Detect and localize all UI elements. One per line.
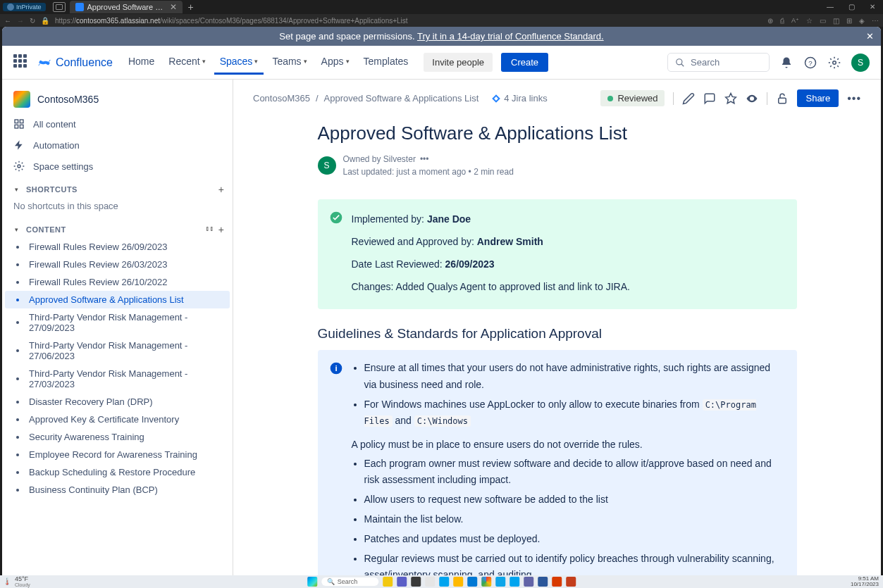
taskbar-icon[interactable] bbox=[495, 577, 505, 587]
tree-item[interactable]: Business Continuity Plan (BCP) bbox=[2, 481, 233, 499]
split-screen-icon[interactable]: ◫ bbox=[833, 17, 839, 25]
search-input[interactable]: Search bbox=[667, 53, 770, 72]
start-button[interactable] bbox=[307, 577, 317, 587]
taskbar-icon[interactable] bbox=[411, 577, 421, 587]
status-badge-reviewed[interactable]: Reviewed bbox=[600, 90, 665, 106]
taskbar-search[interactable]: 🔍Search bbox=[321, 577, 379, 586]
more-actions-icon[interactable]: ••• bbox=[847, 92, 861, 105]
banner-trial-link[interactable]: Try it in a 14-day trial of Confluence S… bbox=[417, 31, 604, 42]
breadcrumb-space[interactable]: ContosoM365 bbox=[253, 93, 310, 104]
lock-icon[interactable] bbox=[776, 92, 789, 105]
invite-people-button[interactable]: Invite people bbox=[424, 53, 493, 72]
author-avatar[interactable]: S bbox=[318, 156, 336, 175]
taskbar-icon[interactable] bbox=[510, 577, 519, 587]
content-section-header[interactable]: ▾ CONTENT ⫾⫾ + bbox=[2, 217, 233, 238]
sidebar-all-content[interactable]: All content bbox=[2, 113, 233, 135]
create-button[interactable]: Create bbox=[501, 53, 548, 72]
taskbar-icon[interactable] bbox=[524, 577, 533, 587]
tree-item[interactable]: Security Awareness Training bbox=[2, 428, 233, 446]
tree-item[interactable]: Approved Software & Applications List bbox=[5, 291, 230, 308]
edit-icon[interactable] bbox=[682, 92, 695, 105]
sidebar-automation[interactable]: Automation bbox=[2, 135, 233, 156]
nav-recent[interactable]: Recent▾ bbox=[163, 50, 211, 75]
space-header[interactable]: ContosoM365 bbox=[2, 88, 233, 113]
sidebar-space-settings[interactable]: Space settings bbox=[2, 156, 233, 177]
add-shortcut-icon[interactable]: + bbox=[218, 184, 224, 195]
settings-icon[interactable] bbox=[827, 56, 841, 70]
zoom-icon[interactable]: ⊕ bbox=[767, 17, 773, 25]
refresh-button[interactable]: ↻ bbox=[30, 17, 35, 25]
nav-apps[interactable]: Apps▾ bbox=[316, 50, 355, 75]
minimize-button[interactable]: — bbox=[820, 0, 841, 13]
shortcuts-section-header[interactable]: ▾ SHORTCUTS + bbox=[2, 177, 233, 198]
weather-widget[interactable]: 45°FCloudy bbox=[0, 576, 35, 587]
search-icon bbox=[675, 58, 685, 68]
system-tray[interactable]: 9:51 AM10/17/2023 bbox=[851, 576, 879, 587]
taskbar-icon[interactable] bbox=[383, 577, 393, 587]
tab-overview-icon[interactable] bbox=[53, 2, 66, 12]
taskbar-icon[interactable] bbox=[566, 577, 576, 587]
text-size-icon[interactable]: A⁺ bbox=[791, 17, 799, 25]
svg-marker-10 bbox=[726, 93, 736, 103]
url-field[interactable]: https://contosom365.atlassian.net/wiki/s… bbox=[55, 17, 762, 25]
taskbar-icon[interactable] bbox=[397, 577, 407, 587]
tree-item[interactable]: Third-Party Vendor Risk Management - 27/… bbox=[2, 337, 233, 365]
close-window-button[interactable]: ✕ bbox=[862, 0, 883, 13]
back-button[interactable]: ← bbox=[4, 17, 11, 25]
chevron-down-icon[interactable]: ▾ bbox=[11, 184, 22, 195]
taskbar-icon[interactable] bbox=[453, 577, 463, 587]
bullet-icon bbox=[16, 453, 19, 456]
breadcrumb-page: Approved Software & Applications List bbox=[324, 93, 479, 104]
taskbar-icon[interactable] bbox=[552, 577, 562, 587]
taskbar-icon[interactable] bbox=[467, 577, 477, 587]
user-avatar[interactable]: S bbox=[851, 54, 870, 72]
new-tab-button[interactable]: + bbox=[184, 1, 198, 13]
tree-item[interactable]: Firewall Rules Review 26/10/2022 bbox=[2, 273, 233, 291]
watch-icon[interactable] bbox=[746, 92, 758, 105]
taskbar-icon[interactable] bbox=[439, 577, 449, 587]
nav-spaces[interactable]: Spaces▾ bbox=[214, 50, 264, 75]
favorite-icon[interactable]: ☆ bbox=[806, 17, 813, 25]
reviewed-by-name: Andrew Smith bbox=[477, 236, 543, 247]
tree-item[interactable]: Employee Record for Awareness Training bbox=[2, 446, 233, 463]
filter-icon[interactable]: ⫾⫾ bbox=[206, 224, 214, 235]
tree-item[interactable]: Approved Key & Certificate Inventory bbox=[2, 411, 233, 428]
nav-teams[interactable]: Teams▾ bbox=[266, 50, 312, 75]
browser-menu-icon[interactable]: ⋯ bbox=[872, 17, 879, 25]
taskbar-icon[interactable] bbox=[538, 577, 548, 587]
add-content-icon[interactable]: + bbox=[218, 224, 224, 235]
help-icon[interactable]: ? bbox=[803, 56, 817, 70]
taskbar-icon[interactable] bbox=[481, 577, 491, 587]
comment-icon[interactable] bbox=[703, 92, 716, 105]
inprivate-indicator-icon[interactable]: ◈ bbox=[859, 17, 865, 25]
nav-home[interactable]: Home bbox=[123, 50, 160, 75]
close-banner-button[interactable]: ✕ bbox=[866, 31, 874, 42]
space-logo-icon bbox=[13, 91, 30, 108]
chevron-down-icon[interactable]: ▾ bbox=[11, 224, 22, 235]
tree-item[interactable]: Firewall Rules Review 26/03/2023 bbox=[2, 256, 233, 273]
site-info-icon[interactable]: 🔒 bbox=[41, 17, 49, 25]
tree-item[interactable]: Third-Party Vendor Risk Management - 27/… bbox=[2, 308, 233, 337]
browser-tab[interactable]: Approved Software & Applicatio ✕ bbox=[70, 1, 183, 13]
extensions-icon[interactable]: ⊞ bbox=[846, 17, 852, 25]
star-icon[interactable] bbox=[724, 92, 737, 105]
tab-close-icon[interactable]: ✕ bbox=[170, 2, 177, 12]
guideline-item: Maintain the list below. bbox=[364, 511, 786, 528]
byline-more-icon[interactable]: ••• bbox=[420, 154, 429, 164]
tree-item-label: Firewall Rules Review 26/10/2022 bbox=[29, 277, 168, 287]
maximize-button[interactable]: ▢ bbox=[841, 0, 862, 13]
shortcuts-empty-text: No shortcuts in this space bbox=[2, 198, 233, 217]
confluence-logo[interactable]: Confluence bbox=[37, 56, 113, 70]
nav-templates[interactable]: Templates bbox=[358, 50, 414, 75]
jira-links[interactable]: 4 Jira links bbox=[491, 93, 547, 104]
taskbar-icon[interactable] bbox=[425, 577, 435, 587]
tree-item[interactable]: Third-Party Vendor Risk Management - 27/… bbox=[2, 365, 233, 393]
notifications-icon[interactable] bbox=[779, 56, 794, 70]
read-aloud-icon[interactable]: ⎙ bbox=[780, 17, 784, 25]
share-button[interactable]: Share bbox=[797, 89, 839, 107]
app-switcher-icon[interactable] bbox=[13, 54, 30, 71]
collections-icon[interactable]: ▭ bbox=[820, 17, 826, 25]
tree-item[interactable]: Firewall Rules Review 26/09/2023 bbox=[2, 238, 233, 256]
tree-item[interactable]: Backup Scheduling & Restore Procedure bbox=[2, 463, 233, 481]
tree-item[interactable]: Disaster Recovery Plan (DRP) bbox=[2, 393, 233, 411]
